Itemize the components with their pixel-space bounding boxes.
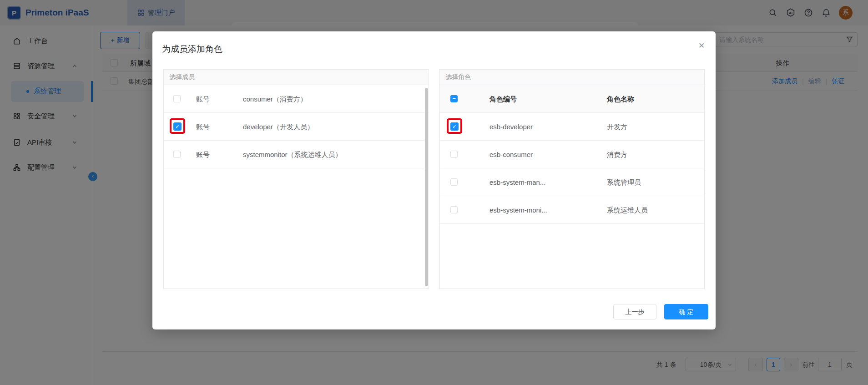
role-name: 系统管理员 bbox=[607, 168, 641, 196]
confirm-button[interactable]: 确 定 bbox=[664, 304, 708, 319]
role-name: 消费方 bbox=[607, 141, 627, 168]
previous-step-button[interactable]: 上一步 bbox=[613, 304, 656, 319]
role-panel-header: 选择角色 bbox=[440, 70, 704, 85]
member-panel-header: 选择成员 bbox=[164, 70, 429, 85]
role-name: 开发方 bbox=[607, 113, 627, 141]
role-name: 系统运维人员 bbox=[607, 196, 648, 224]
member-row-selected[interactable]: ✓ 账号 developer（开发人员） bbox=[164, 113, 429, 141]
close-icon[interactable]: ✕ bbox=[696, 41, 707, 51]
role-row[interactable]: esb-consumer 消费方 bbox=[440, 141, 704, 168]
member-select-panel: 选择成员 账号 consumer（消费方） ✓ 账号 developer（开发人… bbox=[163, 69, 429, 289]
red-highlight-box bbox=[170, 118, 185, 134]
role-checkbox[interactable] bbox=[450, 178, 458, 186]
column-role-name: 角色名称 bbox=[607, 85, 634, 113]
role-row-selected[interactable]: ✓ esb-developer 开发方 bbox=[440, 113, 704, 141]
add-roles-modal: 为成员添加角色 ✕ 选择成员 账号 consumer（消费方） ✓ 账号 dev… bbox=[152, 31, 716, 329]
member-row[interactable]: 账号 consumer（消费方） bbox=[164, 85, 429, 113]
account-type-label: 账号 bbox=[196, 141, 210, 168]
role-code: esb-system-moni... bbox=[490, 196, 547, 224]
select-all-roles-checkbox[interactable]: − bbox=[450, 95, 458, 102]
close-glyph: ✕ bbox=[698, 41, 705, 50]
role-code: esb-consumer bbox=[490, 141, 533, 168]
role-select-panel: 选择角色 − 角色编号 角色名称 ✓ esb-developer 开发方 esb… bbox=[439, 69, 705, 289]
role-row[interactable]: esb-system-man... 系统管理员 bbox=[440, 168, 704, 196]
member-name: consumer（消费方） bbox=[243, 85, 307, 113]
member-checkbox[interactable] bbox=[173, 95, 181, 102]
role-table-header: − 角色编号 角色名称 bbox=[440, 85, 704, 113]
screen: P Primeton iPaaS 管理门户 AI ? 系 bbox=[0, 0, 868, 385]
minus-glyph: − bbox=[452, 95, 455, 101]
member-row[interactable]: 账号 systemmonitor（系统运维人员） bbox=[164, 141, 429, 168]
role-row[interactable]: esb-system-moni... 系统运维人员 bbox=[440, 196, 704, 224]
account-type-label: 账号 bbox=[196, 113, 210, 141]
member-name: developer（开发人员） bbox=[243, 113, 314, 141]
role-checkbox[interactable] bbox=[450, 151, 458, 158]
member-name: systemmonitor（系统运维人员） bbox=[243, 141, 342, 168]
role-code: esb-developer bbox=[490, 113, 533, 141]
account-type-label: 账号 bbox=[196, 85, 210, 113]
role-checkbox[interactable] bbox=[450, 206, 458, 213]
panel-scrollbar[interactable] bbox=[425, 88, 428, 286]
modal-title: 为成员添加角色 bbox=[162, 43, 222, 55]
member-checkbox[interactable] bbox=[173, 151, 181, 158]
role-code: esb-system-man... bbox=[490, 168, 545, 196]
column-role-code: 角色编号 bbox=[490, 85, 517, 113]
red-highlight-box bbox=[447, 118, 462, 134]
